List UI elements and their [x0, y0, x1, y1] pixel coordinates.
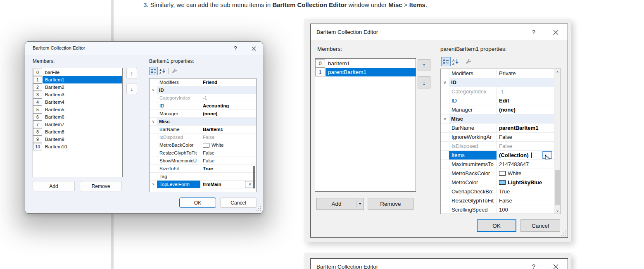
move-down-button[interactable]: ↓ [418, 76, 430, 88]
members-listbox[interactable]: 0barFile1BarItem12BarItem23BarItem34BarI… [33, 68, 123, 177]
property-value: False [497, 142, 554, 150]
member-row[interactable]: 6BarItem6 [33, 113, 122, 121]
row-gutter [150, 79, 157, 86]
member-row[interactable]: 5BarItem5 [33, 106, 122, 113]
property-row[interactable]: BarNameparentBarItem1 [441, 124, 561, 133]
property-row[interactable]: Manager(none) [441, 105, 561, 114]
member-row[interactable]: 1parentBarItem1 [315, 68, 416, 76]
member-row[interactable]: 0barFile [33, 69, 122, 76]
property-row[interactable]: IsDisposedFalse [150, 133, 256, 141]
property-row[interactable]: ResizeGlyphToFitFalse [150, 149, 256, 157]
property-row[interactable]: IDAccounting [150, 102, 256, 110]
property-row[interactable]: ModifiersPrivate [441, 69, 561, 78]
property-row[interactable]: ResizeGlyphToFitFalse [441, 196, 561, 205]
wrench-icon[interactable] [464, 57, 473, 66]
ok-button[interactable]: OK [477, 219, 516, 232]
categorized-icon[interactable] [149, 67, 158, 75]
category-expand-icon[interactable]: ∨ [150, 118, 157, 125]
step-text-segment: window under [347, 1, 388, 8]
scroll-up-icon[interactable]: ∧ [554, 70, 561, 74]
member-index: 10 [33, 143, 42, 150]
property-value: (Collection) [497, 151, 554, 159]
property-row[interactable]: MetroBackColorWhite [441, 169, 561, 178]
move-down-button[interactable]: ↓ [126, 83, 137, 94]
wrench-icon[interactable] [170, 67, 179, 75]
help-button[interactable]: ? [233, 45, 238, 52]
sort-alphabetical-icon[interactable]: A Z [451, 57, 460, 66]
property-category-row[interactable]: ∨ID [150, 86, 256, 94]
member-row[interactable]: 3BarItem3 [33, 91, 122, 98]
close-button[interactable] [251, 45, 257, 51]
property-row[interactable]: CategoryIndex-1 [441, 87, 561, 96]
member-index: 4 [33, 98, 42, 106]
property-row[interactable]: MaximumItemsTo2147483647 [441, 160, 561, 169]
property-row[interactable]: >TopLevelFormfrmMain∨ [150, 181, 256, 188]
ellipsis-button[interactable] [542, 151, 552, 159]
row-gutter [150, 157, 157, 164]
property-label: MetroColor [449, 178, 497, 187]
property-label: OverlapCheckBo: [449, 187, 497, 196]
member-name: BarItem7 [43, 121, 122, 128]
property-row[interactable]: IgnoreWorkingArFalse [441, 133, 561, 142]
remove-button[interactable]: Remove [368, 198, 413, 210]
property-category-row[interactable]: ∨Misc [441, 114, 561, 124]
category-expand-icon[interactable]: ∨ [150, 86, 157, 94]
property-row[interactable]: CategoryIndex-1 [150, 94, 256, 102]
property-value: Accounting [200, 102, 256, 110]
member-row[interactable]: 8BarItem8 [33, 128, 122, 136]
help-button[interactable]: ? [531, 263, 537, 269]
remove-button[interactable]: Remove [80, 181, 122, 191]
property-row[interactable]: MetroBackColorWhite [150, 141, 256, 149]
move-up-button[interactable]: ↑ [418, 59, 430, 71]
property-row[interactable]: IDEdit [441, 96, 561, 105]
member-row[interactable]: 2BarItem2 [33, 83, 122, 91]
cancel-button[interactable]: Cancel [520, 219, 560, 232]
sort-alphabetical-icon[interactable]: A Z [158, 67, 166, 75]
property-row[interactable]: ModifiersFriend [150, 79, 256, 86]
property-category-row[interactable]: ∨Misc [150, 118, 256, 126]
scroll-down-icon[interactable]: ∨ [554, 209, 561, 213]
member-name: BarItem4 [43, 98, 122, 106]
member-row[interactable]: 0barItem1 [315, 59, 416, 68]
property-row[interactable]: MetroColorLightSkyBlue [441, 178, 561, 187]
resize-grip[interactable] [260, 210, 261, 211]
member-row[interactable]: 10BarItem10 [33, 143, 122, 150]
property-label: ID [449, 96, 497, 105]
close-button[interactable] [553, 264, 558, 269]
cancel-button[interactable]: Cancel [220, 198, 257, 208]
members-listbox[interactable]: 0barItem11parentBarItem1 [315, 58, 416, 192]
property-row[interactable]: Items(Collection) [441, 151, 561, 160]
property-row[interactable]: SizeToFitTrue [150, 165, 256, 173]
scrollbar-thumb[interactable] [253, 166, 255, 188]
category-expand-icon[interactable]: ∨ [441, 114, 449, 123]
category-expand-icon[interactable]: ∨ [441, 78, 449, 87]
categorized-icon[interactable] [441, 57, 451, 66]
member-row[interactable]: 4BarItem4 [33, 98, 122, 106]
member-row[interactable]: 1BarItem1 [33, 76, 122, 83]
member-row[interactable]: 9BarItem9 [33, 136, 122, 143]
dropdown-arrow-icon[interactable]: ▾ [356, 198, 364, 209]
property-row[interactable]: ScrollingSpeed100 [441, 205, 561, 214]
property-value-text: Private [499, 70, 516, 76]
property-grid[interactable]: ModifiersPrivate∨IDCategoryIndex-1IDEdit… [440, 69, 561, 214]
property-row[interactable]: ShowMnemonicUFalse [150, 157, 256, 165]
add-button[interactable]: Add [33, 181, 75, 191]
member-row[interactable]: 7BarItem7 [33, 121, 122, 128]
property-category-row[interactable]: ∨ID [441, 78, 561, 87]
property-row[interactable]: Manager(none) [150, 110, 256, 118]
property-grid[interactable]: ModifiersFriend∨IDCategoryIndex-1IDAccou… [149, 78, 257, 192]
resize-grip[interactable] [565, 235, 566, 236]
property-row[interactable]: IsDisposedFalse [441, 142, 561, 151]
help-button[interactable]: ? [531, 29, 537, 36]
row-gutter [150, 141, 157, 149]
move-up-button[interactable]: ↑ [126, 68, 137, 79]
member-name: BarItem2 [43, 83, 122, 91]
property-row[interactable]: Tag [150, 173, 256, 181]
add-split-button[interactable]: Add ▾ [316, 198, 364, 210]
ok-button[interactable]: OK [179, 198, 216, 208]
scrollbar[interactable]: ∧ ∨ [554, 69, 561, 214]
scrollbar-thumb[interactable] [555, 170, 560, 205]
property-row[interactable]: BarNameBarItem1 [150, 126, 256, 133]
close-button[interactable] [553, 29, 558, 35]
property-row[interactable]: OverlapCheckBo:True [441, 187, 561, 196]
